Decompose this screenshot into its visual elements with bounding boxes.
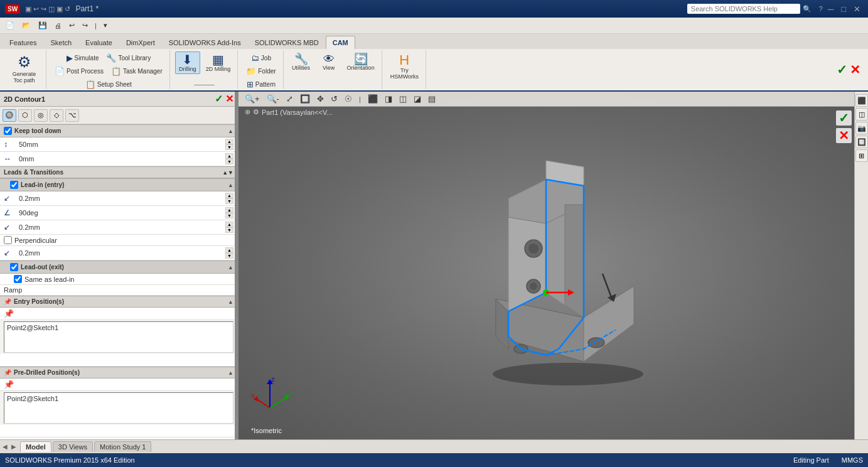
section-view-button[interactable]: ▤ — [426, 93, 438, 105]
tab-cam[interactable]: CAM — [326, 36, 355, 49]
viewport-ok-button[interactable]: ✓ — [836, 110, 852, 126]
tab-nav-left[interactable]: ◀ — [3, 443, 8, 450]
panel-resize-handle[interactable] — [235, 92, 237, 439]
qa-redo[interactable]: ↪ — [79, 19, 91, 31]
dist1-up[interactable]: ▲ — [225, 139, 233, 144]
tab-nav-right[interactable]: ▶ — [11, 443, 16, 450]
restore-button[interactable]: □ — [839, 4, 849, 14]
dist2-spinner[interactable]: ▲ ▼ — [225, 153, 233, 164]
tab-evaluate[interactable]: Evaluate — [78, 36, 119, 49]
dist2-input[interactable] — [18, 154, 225, 163]
lead-in-r1-down[interactable]: ▼ — [225, 198, 233, 204]
lead-in-r3-spinner[interactable]: ▲ ▼ — [225, 247, 233, 259]
dist1-down[interactable]: ▼ — [225, 144, 233, 150]
post-process-button[interactable]: 📄 Post Process — [51, 65, 107, 78]
filter-3-button[interactable]: ◇ — [50, 109, 63, 122]
lead-in-r1-up[interactable]: ▲ — [225, 193, 233, 198]
ramp-row[interactable]: Ramp — [0, 285, 237, 296]
tab-motion-study[interactable]: Motion Study 1 — [94, 441, 151, 452]
tab-sw-mbd[interactable]: SOLIDWORKS MBD — [248, 36, 326, 49]
dist1-spinner[interactable]: ▲ ▼ — [225, 139, 233, 150]
try-hsmworks-button[interactable]: H TryHSMWorks — [387, 51, 422, 82]
keep-tool-down-section[interactable]: Keep tool down ▲ — [0, 124, 237, 137]
pre-drilled-item1[interactable]: Point2@Sketch1 — [6, 394, 232, 403]
lead-in-section[interactable]: Lead-in (entry) ▲ — [0, 178, 237, 191]
pan-button[interactable]: ✥ — [314, 93, 326, 105]
zoom-selection-button[interactable]: 🔲 — [297, 93, 313, 105]
lead-in-r2-input[interactable] — [18, 223, 225, 232]
shaded-button[interactable]: ◪ — [411, 93, 424, 105]
orientation-button[interactable]: 🔄 Orientation — [344, 51, 378, 73]
panel-cancel-button[interactable]: ✕ — [225, 93, 233, 105]
zoom-fit-button[interactable]: ⤢ — [284, 93, 296, 105]
tab-sw-addins[interactable]: SOLIDWORKS Add-Ins — [162, 36, 248, 49]
minimize-button[interactable]: ─ — [825, 4, 836, 14]
dist2-down[interactable]: ▼ — [225, 159, 233, 164]
right-btn-3[interactable]: 📷 — [855, 122, 868, 134]
job-button[interactable]: 🗂 Job — [248, 51, 274, 65]
close-button[interactable]: ✕ — [851, 4, 863, 14]
lead-in-checkbox[interactable] — [10, 181, 18, 189]
filter-type-button[interactable]: ⬡ — [18, 109, 32, 122]
zoom-in-button[interactable]: 🔍+ — [242, 93, 262, 105]
same-as-lead-in-checkbox[interactable] — [14, 275, 22, 283]
pre-drilled-section[interactable]: 📌 Pre-Drilled Position(s) ▲ — [0, 367, 237, 378]
lead-in-r2-down[interactable]: ▼ — [225, 227, 233, 233]
lead-in-ang-up[interactable]: ▲ — [225, 207, 233, 213]
lead-in-r3-down[interactable]: ▼ — [225, 253, 233, 259]
help-icon[interactable]: ? — [819, 5, 823, 13]
setup-sheet-button[interactable]: 📋 Setup Sheet — [82, 78, 135, 91]
display-style-button[interactable]: ⬛ — [365, 93, 380, 105]
rotate-button[interactable]: ↺ — [328, 93, 340, 105]
lead-in-r2-spinner[interactable]: ▲ ▼ — [225, 222, 233, 233]
tab-model[interactable]: Model — [20, 441, 51, 452]
zoom-out-button[interactable]: 🔍- — [264, 93, 282, 105]
qa-undo[interactable]: ↩ — [66, 19, 78, 31]
qa-save[interactable]: 💾 — [35, 19, 50, 31]
hidden-lines-button[interactable]: ◨ — [382, 93, 395, 105]
qa-open[interactable]: 📂 — [19, 19, 34, 31]
view-button[interactable]: 👁 View — [316, 51, 341, 73]
drilling-button[interactable]: ⬇ Drilling — [175, 51, 200, 74]
wireframe-button[interactable]: ◫ — [397, 93, 409, 105]
lead-out-checkbox[interactable] — [10, 263, 18, 271]
pre-drilled-listbox[interactable]: Point2@Sketch1 — [4, 392, 233, 424]
lead-out-section[interactable]: Lead-out (exit) ▲ — [0, 260, 237, 274]
search-input[interactable] — [687, 4, 800, 14]
leads-section-header[interactable]: Leads & Transitions ▲▼ — [0, 166, 237, 178]
qa-new[interactable]: 📄 — [3, 19, 18, 31]
pattern-button[interactable]: ⊞ Pattern — [244, 78, 279, 91]
right-btn-5[interactable]: ⊞ — [855, 149, 868, 162]
search-icon[interactable]: 🔍 — [803, 5, 812, 13]
viewport-cancel-button[interactable]: ✕ — [836, 128, 852, 143]
utilities-button[interactable]: 🔧 Utilities — [289, 51, 314, 73]
view-orient-button[interactable]: ☉ — [342, 93, 355, 105]
viewport[interactable]: 🔍+ 🔍- ⤢ 🔲 ✥ ↺ ☉ | ⬛ ◨ ◫ ◪ ▤ ⊕ ⚙ Part1 (V… — [238, 92, 868, 439]
lead-in-ang-down[interactable]: ▼ — [225, 213, 233, 218]
lead-in-r3-input[interactable] — [18, 249, 225, 257]
right-btn-1[interactable]: ⬛ — [855, 94, 868, 107]
tool-library-button[interactable]: 🔧 Tool Library — [103, 51, 154, 65]
tab-sketch[interactable]: Sketch — [43, 36, 78, 49]
right-btn-4[interactable]: 🔲 — [855, 136, 868, 148]
lead-in-r2-up[interactable]: ▲ — [225, 222, 233, 227]
perpendicular-checkbox[interactable] — [4, 236, 12, 244]
lead-in-r1-input[interactable] — [18, 194, 225, 203]
folder-button[interactable]: 📁 Folder — [243, 65, 279, 78]
entry-positions-listbox[interactable]: Point2@Sketch1 — [4, 321, 233, 353]
dist2-up[interactable]: ▲ — [225, 153, 233, 159]
filter-all-button[interactable]: 🔘 — [3, 109, 16, 122]
tab-dimxpert[interactable]: DimXpert — [119, 36, 162, 49]
task-manager-button[interactable]: 📋 Task Manager — [108, 65, 166, 78]
2d-milling-button[interactable]: ▦ 2D Milling — [203, 51, 234, 74]
lead-in-ang-input[interactable] — [18, 208, 225, 217]
ribbon-ok-button[interactable]: ✓ — [837, 62, 847, 77]
simulate-button[interactable]: ▶ Simulate — [63, 51, 102, 65]
keep-tool-down-checkbox[interactable] — [4, 127, 12, 135]
filter-geom-button[interactable]: ◎ — [34, 109, 48, 122]
tab-3d-views[interactable]: 3D Views — [53, 441, 93, 452]
lead-in-r3-up[interactable]: ▲ — [225, 247, 233, 253]
ribbon-cancel-button[interactable]: ✕ — [850, 62, 860, 77]
lead-in-r1-spinner[interactable]: ▲ ▼ — [225, 193, 233, 204]
qa-options[interactable]: ▾ — [100, 19, 110, 31]
